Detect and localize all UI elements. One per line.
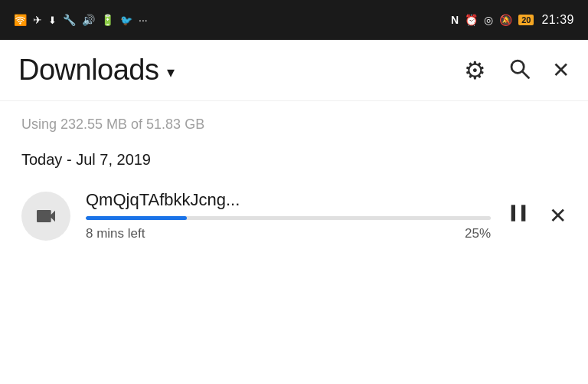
pause-button[interactable] — [506, 201, 531, 231]
page-title: Downloads — [18, 54, 159, 87]
storage-info: Using 232.55 MB of 51.83 GB — [21, 117, 567, 133]
date-header: Today - Jul 7, 2019 — [21, 151, 567, 169]
airplane-icon: ✈ — [33, 14, 42, 26]
download-controls: ✕ — [506, 201, 567, 231]
close-button[interactable]: ✕ — [552, 60, 570, 81]
volume-icon: 🔊 — [82, 14, 95, 26]
twitter-icon: 🐦 — [120, 15, 132, 26]
alarm-icon: ⏰ — [465, 14, 478, 26]
download-item: QmQjqTAfbkkJcng... 8 mins left 25% ✕ — [21, 182, 567, 249]
app-bar-actions: ⚙ ✕ — [464, 57, 570, 84]
status-time: 21:39 — [541, 13, 574, 27]
file-icon-circle — [21, 192, 70, 241]
progress-bar-container — [86, 216, 491, 220]
wrench-icon: 🔧 — [63, 14, 76, 26]
more-dots-icon: ··· — [139, 14, 148, 26]
video-file-icon — [34, 204, 58, 228]
title-group: Downloads ▾ — [18, 54, 464, 87]
battery-icon: 20 — [518, 15, 534, 25]
nfc-icon: N — [451, 14, 459, 26]
content-area: Using 232.55 MB of 51.83 GB Today - Jul … — [0, 101, 588, 249]
battery-phone-icon: 🔋 — [101, 14, 114, 26]
app-bar: Downloads ▾ ⚙ ✕ — [0, 40, 588, 101]
cancel-download-button[interactable]: ✕ — [549, 203, 567, 228]
wifi-icon: 🛜 — [14, 14, 27, 26]
status-bar-left: 🛜 ✈ ⬇ 🔧 🔊 🔋 🐦 ··· — [14, 14, 148, 26]
download-status-icon: ⬇ — [48, 15, 57, 26]
search-button[interactable] — [508, 57, 531, 84]
svg-rect-2 — [511, 205, 515, 221]
percent-label: 25% — [465, 226, 491, 241]
dropdown-arrow-icon[interactable]: ▾ — [167, 63, 175, 81]
time-left: 8 mins left — [86, 226, 145, 241]
status-bar-right: N ⏰ ◎ 🔕 20 21:39 — [451, 13, 574, 27]
location-icon: ◎ — [484, 14, 493, 26]
progress-bar-fill — [86, 216, 187, 220]
settings-button[interactable]: ⚙ — [464, 58, 486, 83]
svg-rect-3 — [521, 205, 525, 221]
download-info: QmQjqTAfbkkJcng... 8 mins left 25% — [86, 190, 491, 241]
svg-line-1 — [522, 71, 528, 77]
notification-off-icon: 🔕 — [499, 14, 512, 26]
download-filename: QmQjqTAfbkkJcng... — [86, 190, 491, 210]
status-bar: 🛜 ✈ ⬇ 🔧 🔊 🔋 🐦 ··· N ⏰ ◎ 🔕 20 21:39 — [0, 0, 588, 40]
download-meta: 8 mins left 25% — [86, 226, 491, 241]
